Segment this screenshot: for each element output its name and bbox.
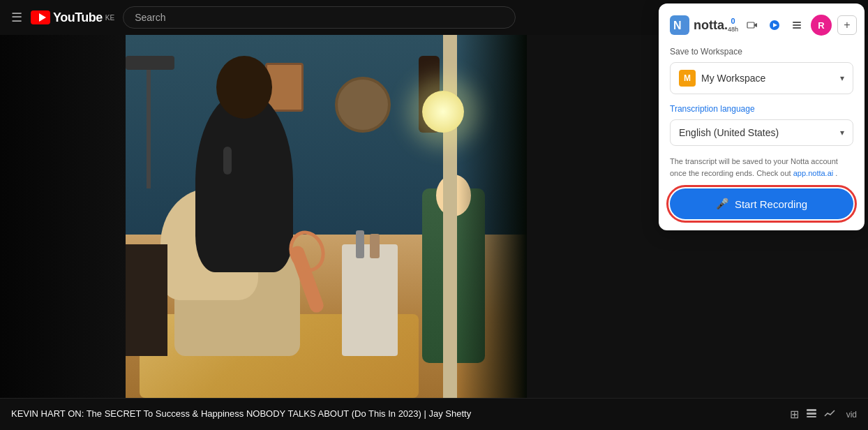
user-avatar[interactable]: R	[811, 15, 832, 36]
stats-icon[interactable]	[824, 408, 835, 422]
play-icon	[769, 20, 780, 31]
svg-rect-9	[793, 27, 801, 29]
camera-icon-btn[interactable]	[744, 17, 761, 34]
avatar-letter: R	[818, 20, 824, 31]
notta-logo-icon: N	[670, 15, 689, 35]
notta-popup: N notta. 0 48h	[659, 3, 865, 230]
menu-icon-btn[interactable]	[788, 17, 805, 34]
language-chevron-icon: ▾	[840, 128, 844, 138]
workspace-icon: M	[679, 70, 696, 87]
save-to-workspace-label: Save to Workspace	[670, 47, 853, 57]
bottom-icons: ⊞	[790, 408, 835, 422]
transcription-language-label: Transcription language	[670, 104, 853, 114]
chevron-down-icon: ▾	[840, 73, 844, 83]
svg-rect-8	[793, 24, 801, 26]
plus-icon: +	[844, 19, 850, 31]
workspace-dropdown-left: M My Workspace	[679, 70, 765, 87]
language-dropdown[interactable]: English (United States) ▾	[670, 119, 853, 146]
camera-icon	[747, 20, 758, 31]
mic-icon: 🎤	[716, 198, 729, 210]
vid-label: vid	[846, 410, 857, 420]
svg-rect-7	[793, 22, 801, 23]
add-tab-button[interactable]: +	[837, 15, 857, 35]
youtube-bottom-bar: KEVIN HART ON: The SECRET To Success & H…	[0, 398, 868, 430]
notta-header: N notta. 0 48h	[670, 15, 853, 36]
svg-rect-11	[807, 413, 816, 415]
svg-text:N: N	[673, 20, 682, 31]
notta-app-link[interactable]: app.notta.ai	[793, 169, 834, 177]
svg-rect-12	[807, 416, 816, 417]
workspace-icon-letter: M	[684, 73, 691, 83]
youtube-ke-label: KE	[105, 14, 114, 22]
svg-marker-0	[39, 13, 46, 22]
menu-icon	[791, 20, 802, 31]
notta-info-text: The transcript will be saved to your Not…	[670, 156, 853, 179]
play-icon-btn[interactable]	[766, 17, 783, 34]
video-background	[0, 35, 527, 398]
video-player	[0, 0, 527, 398]
notta-header-icons: 0 48h	[728, 15, 857, 36]
workspace-name: My Workspace	[701, 73, 765, 84]
timer-unit: 48h	[728, 26, 738, 34]
youtube-logo-text: YouTube	[53, 10, 103, 25]
video-title: KEVIN HART ON: The SECRET To Success & H…	[11, 408, 784, 420]
workspace-dropdown[interactable]: M My Workspace ▾	[670, 62, 853, 94]
notta-logo: N notta.	[670, 15, 728, 35]
grid-view-icon[interactable]: ⊞	[790, 408, 799, 421]
start-recording-button[interactable]: 🎤 Start Recording	[670, 188, 853, 219]
youtube-logo: YouTubeKE	[31, 10, 114, 25]
start-recording-label: Start Recording	[735, 198, 807, 210]
selected-language: English (United States)	[679, 127, 779, 138]
youtube-topbar: ☰ YouTubeKE Search	[0, 0, 527, 35]
hamburger-icon[interactable]: ☰	[11, 10, 22, 25]
svg-rect-3	[747, 22, 754, 28]
list-view-icon[interactable]	[806, 408, 817, 422]
play-triangle-icon	[35, 13, 46, 22]
timer-number: 0	[731, 17, 735, 26]
info-suffix: .	[835, 169, 837, 177]
video-title-text: KEVIN HART ON: The SECRET To Success & H…	[11, 408, 471, 419]
notta-logo-text: notta.	[694, 18, 728, 33]
search-bar[interactable]: Search	[123, 6, 516, 29]
search-placeholder: Search	[135, 12, 165, 23]
youtube-logo-icon	[31, 10, 50, 24]
notta-timer: 0 48h	[728, 17, 738, 34]
svg-rect-10	[807, 409, 816, 411]
